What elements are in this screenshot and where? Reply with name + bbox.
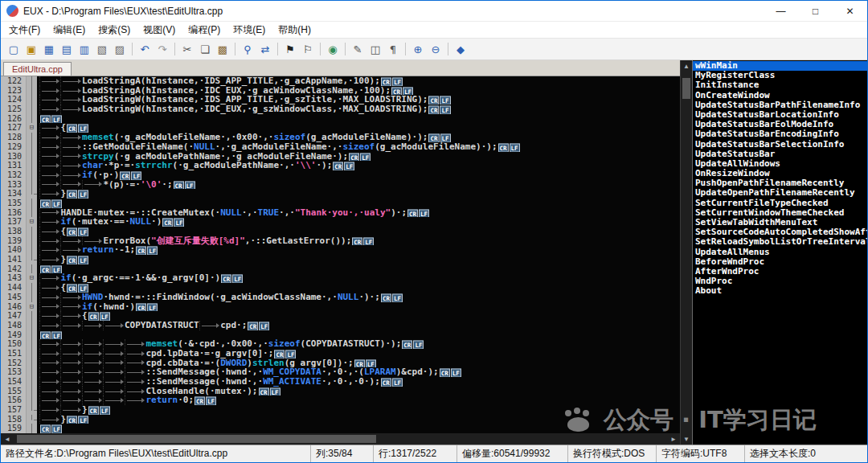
- line-number[interactable]: 147: [1, 311, 26, 321]
- close-button[interactable]: ✕: [833, 1, 867, 21]
- show-whitespace-icon[interactable]: ¶: [385, 41, 401, 57]
- zoom-out-icon[interactable]: ⊖: [428, 41, 444, 57]
- function-list-item-UpdateStatusBar[interactable]: UpdateStatusBar: [693, 150, 867, 159]
- vertical-scrollbar[interactable]: [680, 60, 692, 445]
- line-number[interactable]: 131: [1, 161, 26, 170]
- compare-icon[interactable]: ◆: [452, 41, 469, 57]
- line-number[interactable]: 152: [1, 359, 26, 368]
- undo-icon[interactable]: ↶: [137, 41, 153, 57]
- line-number[interactable]: 133: [1, 180, 26, 190]
- code-editor[interactable]: 122LoadStringA(hInstance,·IDS_APP_TITLE,…: [1, 76, 680, 433]
- line-number[interactable]: 125: [1, 104, 26, 114]
- cut-icon[interactable]: ✂: [179, 41, 195, 57]
- line-number[interactable]: 157: [1, 405, 26, 415]
- maximize-button[interactable]: □: [798, 1, 833, 21]
- function-list-item-BeforeWndProc[interactable]: BeforeWndProc: [693, 257, 867, 267]
- scroll-down-arrow-icon[interactable]: [681, 433, 692, 445]
- fold-toggle-icon[interactable]: ⊟: [26, 273, 37, 283]
- find-icon[interactable]: ⚲: [240, 41, 256, 57]
- copy-icon[interactable]: ❏: [197, 41, 213, 57]
- bookmark-icon[interactable]: ⚑: [282, 41, 298, 57]
- save-all-icon[interactable]: ▥: [76, 41, 92, 57]
- function-list-item-wWinMain[interactable]: wWinMain: [693, 61, 867, 71]
- split-window-icon[interactable]: ◫: [367, 41, 383, 57]
- scroll-left-arrow-icon[interactable]: [1, 436, 14, 443]
- line-number[interactable]: 153: [1, 367, 26, 377]
- function-list-item-UpdateOpenPathFilenameRecently[interactable]: UpdateOpenPathFilenameRecently: [693, 188, 867, 198]
- line-number[interactable]: 142: [1, 264, 26, 274]
- function-list-item-SetCurrentFileTypeChecked[interactable]: SetCurrentFileTypeChecked: [693, 199, 867, 208]
- vertical-scroll-track[interactable]: [681, 72, 692, 433]
- function-list-item-WndProc[interactable]: WndProc: [693, 277, 867, 286]
- function-list-item-SetCurrentWindowThemeChecked[interactable]: SetCurrentWindowThemeChecked: [693, 208, 867, 218]
- line-number[interactable]: 136: [1, 208, 26, 218]
- line-number[interactable]: 145: [1, 293, 26, 302]
- menu-item-search[interactable]: 搜索(S): [92, 22, 137, 38]
- function-list-item-PushOpenPathFilenameRecently[interactable]: PushOpenPathFilenameRecently: [693, 178, 867, 188]
- line-number[interactable]: 135: [1, 199, 26, 208]
- horizontal-scrollbar[interactable]: [1, 433, 680, 445]
- line-number[interactable]: 158: [1, 415, 26, 424]
- scroll-right-arrow-icon[interactable]: [667, 436, 680, 443]
- line-number[interactable]: 154: [1, 377, 26, 387]
- line-number[interactable]: 148: [1, 321, 26, 330]
- bookmark-next-icon[interactable]: ⚐: [300, 41, 316, 57]
- line-number[interactable]: 122: [1, 76, 26, 86]
- function-list-item-About[interactable]: About: [693, 286, 867, 296]
- tab-editultra-cpp[interactable]: EditUltra.cpp: [3, 62, 72, 76]
- open-file-icon[interactable]: ▣: [23, 41, 39, 57]
- function-list-item-UpdateStatusBarSelectionInfo[interactable]: UpdateStatusBarSelectionInfo: [693, 140, 867, 150]
- new-file-icon[interactable]: ▢: [6, 41, 22, 57]
- line-number[interactable]: 146: [1, 302, 26, 312]
- function-list-item-UpdateStatusBarEolModeInfo[interactable]: UpdateStatusBarEolModeInfo: [693, 120, 867, 129]
- line-number[interactable]: 151: [1, 349, 26, 359]
- redo-icon[interactable]: ↷: [154, 41, 170, 57]
- function-list-item-UpdateAllMenus[interactable]: UpdateAllMenus: [693, 248, 867, 257]
- menu-item-program[interactable]: 编程(P): [182, 22, 227, 38]
- fold-toggle-icon[interactable]: ⊟: [26, 217, 37, 227]
- minimize-button[interactable]: —: [764, 1, 798, 21]
- line-number[interactable]: 159: [1, 424, 26, 433]
- function-list-item-InitInstance[interactable]: InitInstance: [693, 80, 867, 90]
- vertical-scroll-thumb[interactable]: [682, 78, 690, 99]
- menu-item-view[interactable]: 视图(V): [137, 22, 182, 38]
- print-icon[interactable]: ▨: [112, 41, 128, 57]
- horizontal-scroll-thumb[interactable]: [17, 435, 376, 443]
- line-number[interactable]: 144: [1, 283, 26, 293]
- line-number[interactable]: 128: [1, 133, 26, 142]
- line-number[interactable]: 129: [1, 142, 26, 152]
- line-number[interactable]: 139: [1, 236, 26, 246]
- replace-icon[interactable]: ⇄: [257, 41, 273, 57]
- line-number[interactable]: 140: [1, 245, 26, 255]
- function-list-item-SetSourceCodeAutoCompletedShowAfter[interactable]: SetSourceCodeAutoCompletedShowAfter: [693, 227, 867, 237]
- line-number[interactable]: 124: [1, 95, 26, 104]
- function-list-item-MyRegisterClass[interactable]: MyRegisterClass: [693, 71, 867, 80]
- function-list-item-UpdateStatusBarLocationInfo[interactable]: UpdateStatusBarLocationInfo: [693, 110, 867, 120]
- line-number[interactable]: 149: [1, 330, 26, 340]
- menu-item-help[interactable]: 帮助(H): [272, 22, 317, 38]
- fold-toggle-icon[interactable]: ⊟: [26, 302, 37, 312]
- line-number[interactable]: 155: [1, 387, 26, 396]
- line-number[interactable]: 137: [1, 217, 26, 227]
- function-list-item-UpdateStatusBarEncodingInfo[interactable]: UpdateStatusBarEncodingInfo: [693, 129, 867, 139]
- line-number[interactable]: 132: [1, 170, 26, 180]
- back-icon[interactable]: ◉: [325, 41, 341, 57]
- function-list-item-OnResizeWindow[interactable]: OnResizeWindow: [693, 169, 867, 178]
- line-number[interactable]: 123: [1, 86, 26, 96]
- function-list-item-SetReloadSymbolListOrTreeIntervalMe[interactable]: SetReloadSymbolListOrTreeIntervalMe: [693, 237, 867, 247]
- function-list-item-SetViewTabWidthMenuText[interactable]: SetViewTabWidthMenuText: [693, 218, 867, 227]
- line-number[interactable]: 150: [1, 339, 26, 349]
- line-number[interactable]: 126: [1, 114, 26, 124]
- function-list-item-UpdateAllWindows[interactable]: UpdateAllWindows: [693, 159, 867, 169]
- menu-item-edit[interactable]: 编辑(E): [47, 22, 92, 38]
- menu-item-file[interactable]: 文件(F): [2, 22, 47, 38]
- scroll-up-arrow-icon[interactable]: [681, 60, 692, 72]
- line-number[interactable]: 141: [1, 255, 26, 264]
- close-file-icon[interactable]: ▧: [94, 41, 110, 57]
- line-number[interactable]: 143: [1, 273, 26, 283]
- function-list-item-UpdateStatusBarPathFilenameInfo[interactable]: UpdateStatusBarPathFilenameInfo: [693, 100, 867, 110]
- line-number[interactable]: 134: [1, 189, 26, 199]
- zoom-in-icon[interactable]: ⊕: [410, 41, 426, 57]
- fold-toggle-icon[interactable]: ⊟: [26, 123, 37, 133]
- paste-icon[interactable]: ▩: [215, 41, 231, 57]
